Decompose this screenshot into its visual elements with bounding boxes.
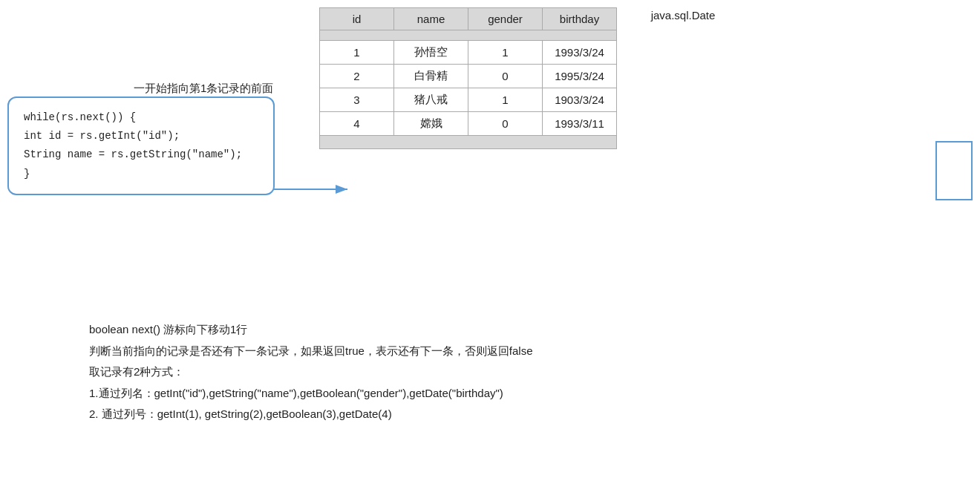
cell-1-birthday: 1993/3/24	[543, 41, 617, 65]
col-header-gender: gender	[468, 8, 543, 30]
cell-2-birthday: 1995/3/24	[543, 65, 617, 88]
cursor-label-line1: 一开始指向第1条记录的前面	[134, 82, 273, 96]
main-container: int String boolean java.sql.Date id name…	[0, 0, 980, 478]
cell-1-name: 孙悟空	[394, 41, 468, 65]
bottom-line3: 取记录有2种方式：	[89, 361, 533, 383]
code-line3: String name = rs.getString("name");	[24, 145, 258, 164]
cell-2-gender: 0	[468, 65, 543, 88]
db-table: id name gender birthday 1 孙悟空 1 1993/3/2…	[319, 7, 617, 149]
code-box: while(rs.next()) { int id = rs.getInt("i…	[7, 96, 275, 195]
bottom-line2: 判断当前指向的记录是否还有下一条记录，如果返回true，表示还有下一条，否则返回…	[89, 341, 533, 362]
cell-4-birthday: 1993/3/11	[543, 112, 617, 136]
bottom-line5: 2. 通过列号：getInt(1), getString(2),getBoole…	[89, 404, 533, 425]
cell-1-id: 1	[320, 41, 394, 65]
cell-4-name: 嫦娥	[394, 112, 468, 136]
table-row-2: 2 白骨精 0 1995/3/24	[320, 65, 617, 88]
cell-4-id: 4	[320, 112, 394, 136]
arrow-icon	[273, 178, 355, 200]
cell-2-id: 2	[320, 65, 394, 88]
code-line4: }	[24, 165, 258, 183]
code-line2: int id = rs.getInt("id");	[24, 127, 258, 145]
db-table-area: id name gender birthday 1 孙悟空 1 1993/3/2…	[319, 7, 617, 149]
table-row-bottom-gray	[320, 136, 617, 149]
cell-3-gender: 1	[468, 88, 543, 112]
table-row-3: 3 猪八戒 1 1903/3/24	[320, 88, 617, 112]
cell-3-birthday: 1903/3/24	[543, 88, 617, 112]
table-row-top-gray	[320, 30, 617, 41]
table-row-1: 1 孙悟空 1 1993/3/24	[320, 41, 617, 65]
cell-4-gender: 0	[468, 112, 543, 136]
col-header-id: id	[320, 8, 394, 30]
cell-2-name: 白骨精	[394, 65, 468, 88]
col-header-birthday: birthday	[543, 8, 617, 30]
cell-1-gender: 1	[468, 41, 543, 65]
bottom-line1: boolean next() 游标向下移动1行	[89, 319, 533, 341]
col-header-name: name	[394, 8, 468, 30]
table-row-4: 4 嫦娥 0 1993/3/11	[320, 112, 617, 136]
type-birthday: java.sql.Date	[624, 9, 742, 22]
bottom-line4: 1.通过列名：getInt("id"),getString("name"),ge…	[89, 383, 533, 405]
bottom-text: boolean next() 游标向下移动1行 判断当前指向的记录是否还有下一条…	[89, 319, 533, 425]
code-line1: while(rs.next()) {	[24, 108, 258, 127]
small-box-right	[935, 141, 973, 200]
cell-3-name: 猪八戒	[394, 88, 468, 112]
cell-3-id: 3	[320, 88, 394, 112]
